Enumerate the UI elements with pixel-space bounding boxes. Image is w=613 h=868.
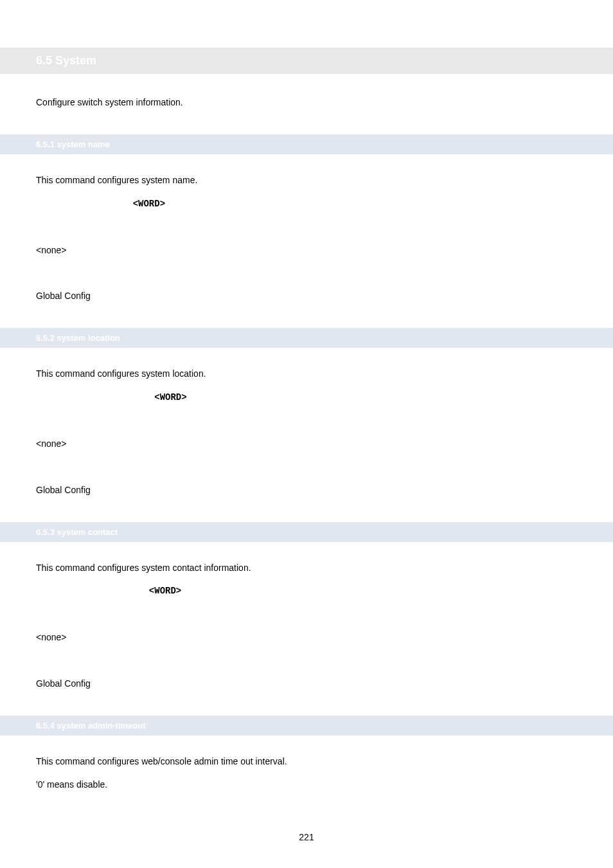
default-label: Default Setting [36, 609, 100, 619]
syntax-cmd: system contact [68, 586, 149, 596]
subsection-header-system-admin-timeout: 6.5.4 system admin-timeout [0, 716, 613, 736]
default-line: Default Setting [36, 219, 577, 236]
subsection-system-admin-timeout-content: This command configures web/console admi… [0, 754, 613, 793]
syntax-cmd: system name [68, 199, 133, 209]
mode-line: Command Mode [36, 265, 577, 282]
description-text: This command configures system contact i… [36, 560, 577, 577]
subsection-header-system-name: 6.5.1 system name [0, 134, 613, 154]
mode-line: Command Mode [36, 459, 577, 476]
description-text: This command configures system name. [36, 172, 577, 189]
syntax-cmd: system location [68, 392, 154, 402]
section-description-text: Configure switch system information. [36, 95, 577, 111]
default-value: <none> [36, 629, 577, 646]
default-value: <none> [36, 436, 577, 453]
description-text: This command configures system location. [36, 366, 577, 383]
default-value: <none> [36, 242, 577, 259]
syntax-label: Syntax [36, 198, 66, 208]
syntax-label: Syntax [36, 585, 66, 595]
syntax-line: Syntax system contact <WORD> [36, 583, 577, 600]
syntax-param: <WORD> [154, 392, 186, 402]
default-label: Default Setting [36, 222, 100, 232]
mode-value: Global Config [36, 288, 577, 305]
syntax-param: <WORD> [149, 586, 181, 596]
default-label: Default Setting [36, 415, 100, 426]
page-number: 221 [299, 832, 314, 842]
section-header: 6.5 System [0, 48, 613, 74]
mode-label: Command Mode [36, 462, 106, 472]
subsection-system-location-content: This command configures system location.… [0, 366, 613, 498]
mode-label: Command Mode [36, 655, 106, 665]
subsection-system-contact-content: This command configures system contact i… [0, 560, 613, 692]
default-line: Default Setting [36, 413, 577, 429]
section-description: Configure switch system information. [0, 95, 613, 111]
mode-value: Global Config [36, 676, 577, 692]
mode-value: Global Config [36, 482, 577, 499]
syntax-label: Syntax [36, 392, 66, 402]
syntax-line: Syntax system location <WORD> [36, 389, 577, 406]
description-text-2: '0' means disable. [36, 777, 577, 793]
subsection-header-system-location: 6.5.2 system location [0, 328, 613, 348]
subsection-header-system-contact: 6.5.3 system contact [0, 522, 613, 542]
syntax-line: Syntax system name <WORD> [36, 195, 577, 213]
mode-line: Command Mode [36, 653, 577, 669]
default-line: Default Setting [36, 606, 577, 623]
subsection-system-name-content: This command configures system name. Syn… [0, 172, 613, 305]
syntax-param: <WORD> [133, 199, 165, 209]
description-text: This command configures web/console admi… [36, 754, 577, 770]
mode-label: Command Mode [36, 267, 106, 278]
